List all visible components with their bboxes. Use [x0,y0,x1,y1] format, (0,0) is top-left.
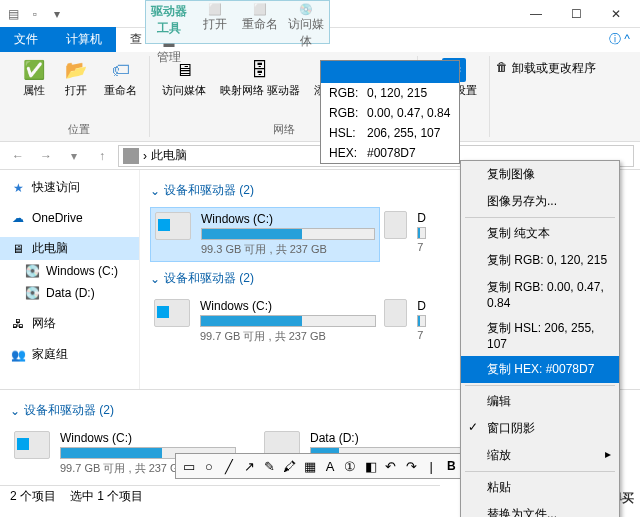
overlay-media[interactable]: 💿访问媒体 [283,1,329,43]
ctx-copy-rgb[interactable]: 复制 RGB: 0, 120, 215 [461,247,619,274]
tool-pen-icon[interactable]: ✎ [261,457,278,475]
ctx-copy-image[interactable]: 复制图像 [461,161,619,188]
ctx-edit[interactable]: 编辑 [461,388,619,415]
overlay-open[interactable]: ⬜打开 [192,1,238,43]
tool-redo-icon[interactable]: ↷ [402,457,419,475]
tool-marker-icon[interactable]: 🖍 [281,457,298,475]
drive-icon [14,431,50,459]
shape-toolbar: ▭ ○ ╱ ↗ ✎ 🖍 ▦ A ① ◧ ↶ ↷ | B [175,453,465,479]
drive-item-c[interactable]: Windows (C:) 99.3 GB 可用 , 共 237 GB [150,207,380,262]
sidebar-item-drive-d[interactable]: 💽Data (D:) [0,282,139,304]
context-menu: 复制图像 图像另存为... 复制 纯文本 复制 RGB: 0, 120, 215… [460,160,620,517]
drive-icon [154,299,190,327]
uninstall-icon: 🗑 [496,60,508,74]
sidebar-item-thispc[interactable]: 🖥此电脑 [0,237,139,260]
tool-line-icon[interactable]: ╱ [220,457,237,475]
status-bar: 2 个项目 选中 1 个项目 [0,485,440,507]
pc-icon [123,148,139,164]
tool-rect-icon[interactable]: ▭ [180,457,197,475]
ctx-save-as[interactable]: 图像另存为... [461,188,619,215]
ctx-zoom[interactable]: 缩放 [461,442,619,469]
drive-icon [155,212,191,240]
tool-undo-icon[interactable]: ↶ [382,457,399,475]
status-selection: 选中 1 个项目 [70,488,143,505]
ribbon-rename[interactable]: 🏷重命名 [98,56,143,99]
ribbon-group-label: 网络 [273,120,295,137]
status-items: 2 个项目 [10,488,56,505]
nav-recent[interactable]: ▾ [62,144,86,168]
sidebar-item-network[interactable]: 🖧网络 [0,312,139,335]
minimize-button[interactable]: — [516,2,556,26]
color-swatch [321,61,459,83]
nav-forward[interactable]: → [34,144,58,168]
close-button[interactable]: ✕ [596,2,636,26]
ribbon-help-icon[interactable]: ⓘ ^ [599,27,640,52]
sidebar-item-quick[interactable]: ★快速访问 [0,176,139,199]
ribbon-properties[interactable]: ✅属性 [14,56,54,99]
sidebar-item-homegroup[interactable]: 👥家庭组 [0,343,139,366]
tool-sep: | [423,457,440,475]
qat-icon[interactable]: ▫ [26,5,44,23]
color-info-box: RGB:0, 120, 215 RGB:0.00, 0.47, 0.84 HSL… [320,60,460,164]
tool-ellipse-icon[interactable]: ○ [200,457,217,475]
tab-file[interactable]: 文件 [0,27,52,52]
ribbon-overlay: 驱动器工具▬管理 ⬜打开 ⬜重命名 💿访问媒体 [145,0,330,44]
maximize-button[interactable]: ☐ [556,2,596,26]
nav-back[interactable]: ← [6,144,30,168]
tool-eraser-icon[interactable]: ◧ [362,457,379,475]
tool-blur-icon[interactable]: ▦ [301,457,318,475]
overlay-drivetools[interactable]: 驱动器工具▬管理 [146,1,192,43]
ctx-copy-rgbf[interactable]: 复制 RGB: 0.00, 0.47, 0.84 [461,274,619,315]
nav-up[interactable]: ↑ [90,144,114,168]
ctx-copy-hex[interactable]: 复制 HEX: #0078D7 [461,356,619,383]
ctx-paste[interactable]: 粘贴 [461,474,619,501]
qat-icon[interactable]: ▤ [4,5,22,23]
sidebar-item-drive-c[interactable]: 💽Windows (C:) [0,260,139,282]
drive-icon [384,299,407,327]
ctx-copy-hsl[interactable]: 复制 HSL: 206, 255, 107 [461,315,619,356]
ribbon-group-label: 位置 [68,120,90,137]
drive-item-partial[interactable]: D7 [380,295,430,348]
tool-b-icon[interactable]: B [443,457,460,475]
tool-arrow-icon[interactable]: ↗ [241,457,258,475]
ribbon-uninstall[interactable]: 🗑 卸载或更改程序 [490,56,602,137]
ribbon-open[interactable]: 📂打开 [56,56,96,99]
ctx-window-shadow[interactable]: 窗口阴影 [461,415,619,442]
overlay-rename[interactable]: ⬜重命名 [238,1,284,43]
ctx-copy-text[interactable]: 复制 纯文本 [461,220,619,247]
tab-computer[interactable]: 计算机 [52,27,116,52]
nav-sidebar: ★快速访问 ☁OneDrive 🖥此电脑 💽Windows (C:) 💽Data… [0,170,140,389]
sidebar-item-onedrive[interactable]: ☁OneDrive [0,207,139,229]
qat-dropdown-icon[interactable]: ▾ [48,5,66,23]
tool-text-icon[interactable]: A [322,457,339,475]
drive-item-c[interactable]: Windows (C:) 99.7 GB 可用 , 共 237 GB [150,295,380,348]
ribbon-mapdrive[interactable]: 🗄映射网络 驱动器 [214,56,306,99]
drive-item-partial[interactable]: D7 [380,207,430,262]
ctx-replace[interactable]: 替换为文件... [461,501,619,517]
tool-counter-icon[interactable]: ① [342,457,359,475]
drive-icon [384,211,407,239]
